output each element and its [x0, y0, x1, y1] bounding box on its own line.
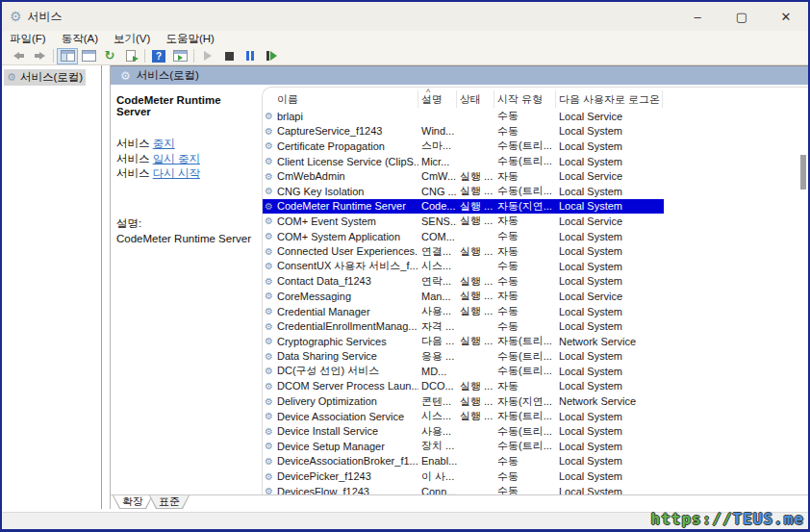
- tree-item-services-local[interactable]: ⚙ 서비스(로컬): [4, 69, 86, 86]
- restart-service-button[interactable]: [261, 48, 282, 64]
- column-header-status[interactable]: 상태: [457, 90, 494, 108]
- table-row[interactable]: ⚙CNG Key IsolationCNG ...실행 ...수동(트리...L…: [263, 184, 664, 199]
- tab-standard[interactable]: 표준: [149, 495, 190, 509]
- service-gear-icon: ⚙: [263, 246, 277, 257]
- menu-file[interactable]: 파일(F): [10, 32, 46, 46]
- forward-button[interactable]: [29, 48, 50, 64]
- table-row[interactable]: ⚙COM+ System ApplicationCOM...수동Local Sy…: [263, 229, 664, 244]
- service-name: Data Sharing Service: [277, 350, 418, 362]
- selected-service-title: CodeMeter Runtime Server: [116, 94, 256, 117]
- service-name: CNG Key Isolation: [277, 186, 418, 197]
- table-row[interactable]: ⚙Delivery Optimization콘텐...실행 ...자동(지연..…: [263, 393, 664, 409]
- table-row[interactable]: ⚙Cryptographic Services다음 ...실행 ...자동(트리…: [263, 334, 664, 349]
- table-row[interactable]: ⚙DeviceAssociationBroker_f1...Enabl...수동…: [263, 454, 664, 469]
- scrollbar-thumb[interactable]: [800, 155, 806, 190]
- service-description: 응용 ...: [418, 349, 457, 364]
- pause-icon: [246, 51, 254, 61]
- help-button[interactable]: ?: [148, 48, 169, 64]
- service-gear-icon: ⚙: [263, 456, 277, 467]
- properties-button[interactable]: [78, 48, 99, 64]
- service-startup-type: 자동: [494, 244, 556, 259]
- menu-view[interactable]: 보기(V): [114, 32, 150, 46]
- service-gear-icon: ⚙: [263, 171, 277, 182]
- table-row[interactable]: ⚙CodeMeter Runtime ServerCode...실행 ...자동…: [263, 199, 664, 215]
- menu-action[interactable]: 동작(A): [62, 32, 98, 46]
- table-row[interactable]: ⚙DCOM Server Process Laun...DCO...실행 ...…: [263, 379, 664, 394]
- pause-service-link[interactable]: 일시 중지: [153, 153, 200, 165]
- service-status: 실행 ...: [457, 409, 494, 423]
- service-startup-type: 수동: [494, 274, 556, 289]
- tab-extended[interactable]: 확장: [113, 495, 153, 509]
- export-list-button[interactable]: [120, 48, 141, 64]
- refresh-button[interactable]: ↻: [99, 48, 120, 64]
- service-status: 실행 ...: [457, 334, 494, 348]
- column-header-name[interactable]: 이름: [263, 90, 418, 108]
- stop-service-button[interactable]: [218, 48, 240, 64]
- service-name: CmWebAdmin: [277, 170, 418, 182]
- service-gear-icon: ⚙: [263, 321, 277, 332]
- service-status: 실행 ...: [457, 379, 494, 393]
- table-row[interactable]: ⚙Device Association Service시스...실행 ...자동…: [263, 409, 664, 424]
- service-startup-type: 자동: [494, 169, 556, 184]
- maximize-button[interactable]: ▢: [720, 2, 764, 31]
- watermark: https://TEUS.me: [651, 510, 805, 528]
- table-row[interactable]: ⚙brlapi수동Local Service: [263, 109, 664, 124]
- start-service-button[interactable]: [197, 48, 218, 64]
- column-header-logon-as[interactable]: 다음 사용자로 로그온: [556, 90, 663, 108]
- pause-service-button[interactable]: [240, 48, 261, 64]
- show-console-tree-button[interactable]: [57, 48, 78, 64]
- restart-service-link[interactable]: 다시 시작: [153, 167, 200, 179]
- service-name: CaptureService_f1243: [277, 125, 418, 137]
- service-logon-as: Local System: [556, 200, 663, 212]
- service-gear-icon: ⚙: [263, 276, 277, 287]
- stop-service-link[interactable]: 중지: [153, 138, 175, 149]
- table-row[interactable]: ⚙COM+ Event SystemSENS...실행 ...자동Local S…: [263, 214, 664, 229]
- table-row[interactable]: ⚙CaptureService_f1243Wind...수동Local Syst…: [263, 124, 664, 139]
- list-header: 이름 설명 상태 시작 유형 다음 사용자로 로그온 ^: [263, 88, 808, 109]
- service-action-line: 서비스 일시 중지: [116, 152, 256, 167]
- table-row[interactable]: ⚙Client License Service (ClipS...Micr...…: [263, 154, 664, 169]
- service-name: DCOM Server Process Laun...: [277, 380, 418, 392]
- column-header-description[interactable]: 설명: [418, 90, 457, 108]
- forward-arrow-icon: [35, 52, 45, 60]
- table-row[interactable]: ⚙Device Setup Manager장치 ...수동(트리...Local…: [263, 439, 664, 454]
- service-logon-as: Local System: [556, 231, 663, 242]
- table-row[interactable]: ⚙Connected User Experiences...연결...실행 ..…: [263, 243, 664, 259]
- back-button[interactable]: [8, 48, 29, 64]
- service-gear-icon: ⚙: [263, 156, 277, 166]
- service-gear-icon: ⚙: [263, 186, 277, 196]
- close-button[interactable]: ✕: [764, 2, 808, 31]
- service-description: Enabl...: [418, 455, 457, 467]
- services-window: ⚙ 서비스 – ▢ ✕ 파일(F) 동작(A) 보기(V) 도움말(H) ↻: [0, 0, 810, 532]
- service-logon-as: Local Service: [556, 170, 663, 182]
- console-tree-icon: [61, 50, 75, 62]
- service-startup-type: 수동: [494, 259, 556, 273]
- table-row[interactable]: ⚙CoreMessagingMan...실행 ...자동Local Servic…: [263, 289, 664, 304]
- service-startup-type: 수동(트리...: [494, 424, 556, 439]
- table-row[interactable]: ⚙Device Install Service사용...수동(트리...Loca…: [263, 423, 664, 439]
- table-row[interactable]: ⚙Certificate Propagation스마...수동(트리...Loc…: [263, 139, 664, 154]
- extended-pane-button[interactable]: [169, 48, 190, 64]
- vertical-scrollbar[interactable]: [800, 111, 806, 491]
- table-row[interactable]: ⚙CmWebAdminCmW...실행 ...자동Local Service: [263, 168, 664, 184]
- table-row[interactable]: ⚙DevicePicker_f1243이 사...수동Local System: [263, 469, 664, 484]
- service-gear-icon: ⚙: [263, 306, 277, 317]
- service-description: MD...: [418, 366, 457, 377]
- table-row[interactable]: ⚙Credential Manager사용...실행 ...수동Local Sy…: [263, 304, 664, 319]
- service-logon-as: Local System: [556, 275, 663, 287]
- service-logon-as: Local System: [556, 245, 663, 257]
- table-row[interactable]: ⚙Contact Data_f1243연락...실행 ...수동Local Sy…: [263, 274, 664, 290]
- column-header-startup-type[interactable]: 시작 유형: [494, 90, 556, 108]
- service-logon-as: Local System: [556, 261, 663, 272]
- table-row[interactable]: ⚙Data Sharing Service응용 ...수동(트리...Local…: [263, 349, 664, 365]
- table-row[interactable]: ⚙DC(구성 선언) 서비스MD...수동(트리...Local System: [263, 364, 664, 379]
- service-startup-type: 자동: [494, 379, 556, 393]
- minimize-button[interactable]: –: [675, 2, 720, 31]
- menu-help[interactable]: 도움말(H): [165, 32, 214, 46]
- table-row[interactable]: ⚙ConsentUX 사용자 서비스_f...시스...수동Local Syst…: [263, 259, 664, 274]
- service-startup-type: 수동(트리...: [494, 139, 556, 153]
- table-row[interactable]: ⚙CredentialEnrollmentManag...자격 ...수동Loc…: [263, 318, 664, 334]
- service-gear-icon: ⚙: [263, 441, 277, 451]
- service-status: 실행 ...: [457, 274, 494, 289]
- service-startup-type: 수동: [494, 109, 556, 123]
